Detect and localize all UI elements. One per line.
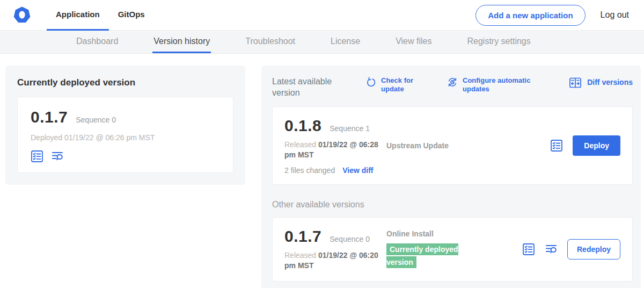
preflight-checks-icon[interactable] <box>31 150 43 163</box>
view-logs-icon[interactable] <box>51 150 64 163</box>
released-prefix: Released <box>284 251 316 260</box>
released-timestamp: Released 01/19/22 @ 06:28 pm MST <box>284 140 385 161</box>
top-nav-right: Add a new application Log out <box>475 5 629 26</box>
version-label: 0.1.7 <box>31 108 68 126</box>
auto-update-clock-icon <box>447 77 458 88</box>
preflight-checks-icon[interactable] <box>550 139 563 152</box>
version-history-header: Latest available version Check for updat… <box>272 76 633 99</box>
other-version-card: 0.1.7 Sequence 0 Released 01/19/22 @ 06:… <box>272 217 633 282</box>
subnav-tab-dashboard[interactable]: Dashboard <box>75 31 119 53</box>
latest-version-card: 0.1.8 Sequence 1 Released 01/19/22 @ 06:… <box>272 106 633 185</box>
deploy-button[interactable]: Deploy <box>573 135 620 156</box>
subnav-tab-view-files[interactable]: View files <box>394 31 433 53</box>
configure-automatic-updates-label: Configure automatic updates <box>463 76 537 94</box>
version-actions: Deploy <box>550 135 620 156</box>
currently-deployed-panel: Currently deployed version 0.1.7 Sequenc… <box>5 66 245 185</box>
currently-deployed-card: 0.1.7 Sequence 0 Deployed 01/19/22 @ 06:… <box>17 97 233 173</box>
tab-gitops[interactable]: GitOps <box>109 0 154 31</box>
check-for-update-label: Check for update <box>381 76 422 94</box>
tab-application[interactable]: Application <box>47 0 109 31</box>
configure-automatic-updates-button[interactable]: Configure automatic updates <box>447 76 537 94</box>
latest-available-title: Latest available version <box>272 76 343 99</box>
version-row: 0.1.7 Sequence 0 <box>31 108 220 126</box>
files-changed-label: 2 files changed <box>284 166 335 175</box>
version-info: 0.1.8 Sequence 1 Released 01/19/22 @ 06:… <box>284 117 385 175</box>
version-history-panel: Latest available version Check for updat… <box>261 66 641 288</box>
released-timestamp: Released 01/19/22 @ 06:20 pm MST <box>284 250 385 271</box>
currently-deployed-title: Currently deployed version <box>17 77 233 88</box>
subnav-tab-troubleshoot[interactable]: Troubleshoot <box>244 31 296 53</box>
source-label: Upstream Update <box>386 141 449 150</box>
version-label: 0.1.8 <box>284 117 321 135</box>
subnav-tab-license[interactable]: License <box>330 31 361 53</box>
version-info: 0.1.7 Sequence 0 Released 01/19/22 @ 06:… <box>284 227 385 271</box>
version-source: Online Install Currently deployed versio… <box>385 229 522 269</box>
diff-versions-button[interactable]: Diff versions <box>569 76 633 89</box>
version-actions: Redeploy <box>522 239 620 260</box>
view-diff-link[interactable]: View diff <box>342 166 373 175</box>
sequence-label: Sequence 0 <box>76 116 116 124</box>
sequence-label: Sequence 0 <box>330 235 370 243</box>
view-logs-icon[interactable] <box>545 243 558 256</box>
add-application-button[interactable]: Add a new application <box>475 5 585 26</box>
other-versions-label: Other available versions <box>272 200 633 210</box>
main-content: Currently deployed version 0.1.7 Sequenc… <box>0 54 644 288</box>
logout-button[interactable]: Log out <box>601 10 629 20</box>
preflight-checks-icon[interactable] <box>522 243 535 256</box>
released-prefix: Released <box>284 140 316 149</box>
refresh-icon <box>365 77 376 88</box>
top-nav: Application GitOps Add a new application… <box>0 0 644 31</box>
version-label: 0.1.7 <box>284 227 321 246</box>
status-badge-wrap: Currently deployed version <box>386 243 468 269</box>
kots-logo-icon <box>13 6 31 24</box>
diff-icon <box>569 76 582 89</box>
redeploy-button[interactable]: Redeploy <box>567 239 620 260</box>
diff-versions-label: Diff versions <box>587 78 633 88</box>
top-nav-tabs: Application GitOps <box>47 0 154 31</box>
deployed-timestamp: Deployed 01/19/22 @ 06:26 pm MST <box>31 133 220 142</box>
subnav-tab-version-history[interactable]: Version history <box>152 31 211 53</box>
subnav-tab-registry-settings[interactable]: Registry settings <box>466 31 531 53</box>
check-for-update-button[interactable]: Check for update <box>365 76 422 94</box>
status-badge: Currently deployed version <box>386 243 458 269</box>
version-action-icons <box>31 150 220 163</box>
version-source: Upstream Update <box>385 141 550 150</box>
source-label: Online Install <box>386 229 522 238</box>
sequence-label: Sequence 1 <box>330 124 370 133</box>
app-sub-nav: Dashboard Version history Troubleshoot L… <box>0 31 644 54</box>
